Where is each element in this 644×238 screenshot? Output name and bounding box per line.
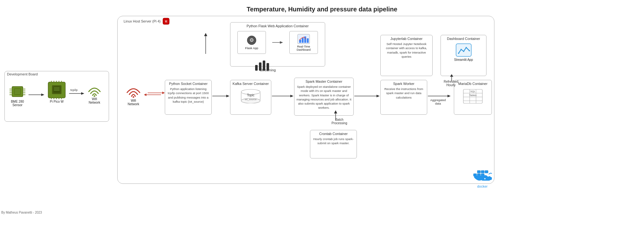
flask-app-label: Flask App bbox=[245, 46, 258, 50]
dashboard-container-title: Dashboard Container bbox=[441, 35, 486, 41]
kafka-server-box: Kafka Server Container Topic iot_source bbox=[230, 80, 271, 115]
svg-marker-79 bbox=[334, 110, 337, 113]
streaming-icon bbox=[254, 59, 269, 71]
svg-marker-50 bbox=[290, 95, 293, 97]
wifi-icon-devboard bbox=[86, 81, 103, 97]
svg-marker-43 bbox=[226, 95, 229, 97]
streaming-bars-icon bbox=[254, 59, 269, 71]
linux-host-text: Linux Host Server (Pi 4) bbox=[124, 19, 161, 23]
svg-rect-91 bbox=[477, 170, 480, 173]
mariadb-title: MariaDb Container bbox=[454, 80, 492, 86]
svg-rect-75 bbox=[259, 62, 261, 71]
sql-icon: SQL Tables bbox=[462, 88, 484, 105]
python-socket-title: Python Socket Container bbox=[165, 80, 211, 86]
arrow-up-flask bbox=[203, 32, 209, 54]
arrow-up-refresh-svg bbox=[449, 74, 454, 81]
svg-marker-73 bbox=[204, 33, 207, 36]
jupyterlab-box: Jupyterlab Container Self Hosted Jupyter… bbox=[380, 35, 433, 76]
dashboard-container-box: Dashboard Container Streamlit App bbox=[441, 35, 486, 76]
svg-point-36 bbox=[94, 95, 95, 97]
flask-webapp-title: Python Flask Web Application Container bbox=[230, 23, 325, 29]
svg-rect-71 bbox=[307, 38, 309, 43]
flask-webapp-box: Python Flask Web Application Container ⚙… bbox=[230, 22, 325, 67]
sql-tables-visual: SQL Tables bbox=[454, 88, 492, 105]
svg-rect-74 bbox=[255, 65, 258, 71]
jupyterlab-desc: Self Hosted Jupyter Notebook container w… bbox=[381, 41, 432, 60]
arrow-up-batch-svg bbox=[333, 110, 338, 120]
pico-component: Pi Pico W bbox=[47, 81, 67, 103]
bme280-label: BME 280 bbox=[11, 100, 24, 103]
svg-point-82 bbox=[460, 49, 462, 50]
svg-rect-92 bbox=[481, 170, 484, 173]
svg-text:SQL: SQL bbox=[470, 90, 476, 93]
arrow-flask-dash bbox=[272, 40, 283, 45]
arrow-up-batch bbox=[333, 110, 338, 120]
linux-host-label: Linux Host Server (Pi 4) π bbox=[124, 18, 170, 25]
python-socket-box: Python Socket Container Python applicati… bbox=[165, 80, 212, 115]
docker-icon bbox=[472, 168, 493, 184]
arrow-bme-pico bbox=[29, 92, 44, 97]
dashboard-inner-label: Real-TimeDashboard bbox=[297, 45, 311, 51]
wifi-network-outside: WifiNetwork bbox=[125, 82, 142, 106]
docker-icon-area: docker bbox=[472, 168, 493, 188]
streamlit-icon bbox=[455, 43, 472, 57]
arrow-up-to-flask bbox=[203, 32, 209, 54]
streamlit-app-label: Streamlit App bbox=[454, 58, 473, 61]
svg-marker-35 bbox=[81, 92, 84, 95]
arrow-spark-worker bbox=[354, 93, 380, 99]
spark-worker-desc: Receive the instructions from spark mast… bbox=[381, 86, 427, 101]
svg-marker-39 bbox=[162, 92, 165, 94]
flask-icon: ⚙ bbox=[247, 35, 257, 45]
page-title: Temperature, Humidity and pressure data … bbox=[0, 0, 644, 16]
svg-marker-17 bbox=[41, 93, 44, 96]
spark-master-desc: Spark deployed on standalone container m… bbox=[294, 84, 353, 111]
spark-master-box: Spark Master Container Spark deployed on… bbox=[294, 78, 354, 116]
chip-icon bbox=[9, 84, 26, 99]
spark-master-title: Spark Master Container bbox=[294, 78, 353, 84]
dashboard-chart-icon bbox=[297, 34, 310, 44]
kafka-title: Kafka Server Container bbox=[230, 80, 271, 86]
svg-rect-77 bbox=[267, 63, 269, 71]
crontab-desc: Hourly crontab job runs spark-submit on … bbox=[310, 136, 357, 147]
wifi-icon-outside bbox=[125, 82, 142, 98]
svg-point-96 bbox=[484, 178, 486, 179]
svg-text:⚙: ⚙ bbox=[249, 37, 254, 43]
flask-app-inner-box: ⚙ Flask App bbox=[237, 31, 266, 54]
svg-marker-52 bbox=[377, 95, 380, 97]
svg-rect-76 bbox=[263, 61, 265, 71]
dev-board-label: Development Board bbox=[7, 72, 38, 76]
svg-marker-41 bbox=[144, 93, 146, 96]
main-area: Temperature, Humidity and pressure data … bbox=[0, 0, 644, 215]
svg-point-37 bbox=[133, 96, 134, 98]
svg-marker-66 bbox=[280, 41, 283, 44]
arrow-wifi-socket bbox=[144, 91, 165, 97]
svg-rect-69 bbox=[302, 38, 304, 43]
arrow-worker-mariadb bbox=[428, 93, 451, 99]
kafka-cylinder-icon: Topic iot_source bbox=[238, 87, 263, 103]
python-socket-desc: Python application listening tcp/lp conn… bbox=[165, 86, 211, 105]
svg-marker-87 bbox=[450, 74, 453, 77]
dashboard-inner-box: Real-TimeDashboard bbox=[289, 31, 318, 54]
svg-rect-70 bbox=[304, 36, 306, 43]
arrow-kafka-spark bbox=[272, 93, 293, 99]
mariadb-box: MariaDb Container SQL Tables bbox=[454, 80, 492, 115]
bme280-label2: Sensor bbox=[12, 103, 23, 107]
svg-point-85 bbox=[469, 50, 470, 51]
flask-app-content: ⚙ Flask App Real-TimeDashboard bbox=[230, 29, 325, 56]
spark-worker-box: Spark Worker Receive the instructions fr… bbox=[380, 80, 427, 115]
crontab-box: Crontab Container Hourly crontab job run… bbox=[310, 130, 357, 158]
arrow-socket-kafka bbox=[212, 93, 229, 99]
arrow-pico-wifi bbox=[69, 91, 84, 96]
pico-label: Pi Pico W bbox=[50, 100, 63, 103]
arrow-up-refresh bbox=[449, 74, 454, 81]
docker-label: docker bbox=[477, 184, 487, 188]
svg-rect-93 bbox=[485, 170, 488, 173]
streamlit-app-visual: Streamlit App bbox=[441, 41, 486, 61]
svg-text:Topic: Topic bbox=[247, 93, 254, 97]
svg-rect-30 bbox=[53, 87, 60, 93]
kafka-topic-visual: Topic iot_source bbox=[230, 87, 271, 103]
aggregated-data-label: Aggregateddata bbox=[428, 98, 448, 105]
wifi-outside-label: WifiNetwork bbox=[128, 99, 139, 106]
svg-point-83 bbox=[463, 51, 464, 52]
footer-text: By Matheus Pavanetti - 2023 bbox=[1, 211, 42, 214]
